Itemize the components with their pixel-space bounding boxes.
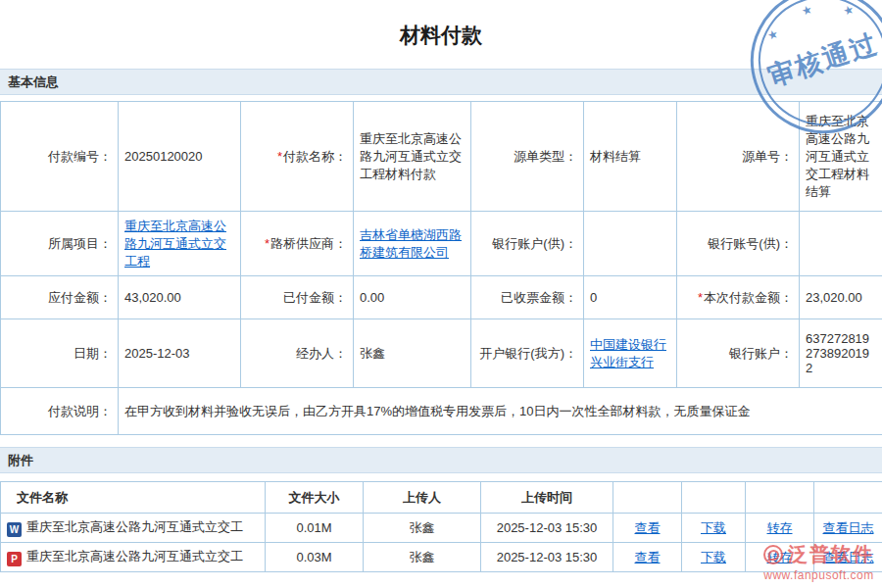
- file-name-cell: P重庆至北京高速公路九河互通式立交工: [1, 543, 266, 572]
- saveas-link[interactable]: 转存: [767, 550, 793, 564]
- file-size-header: 文件大小: [266, 482, 364, 514]
- empty-header-cell: [682, 482, 746, 514]
- label-text: 经办人：: [296, 346, 347, 361]
- viewlog-link[interactable]: 查看日志: [823, 520, 874, 535]
- current-payment-label: *本次付款金额：: [677, 276, 800, 319]
- view-link[interactable]: 查看: [635, 550, 661, 564]
- download-link[interactable]: 下载: [701, 520, 726, 535]
- our-bank-value: 中国建设银行兴业街支行: [584, 319, 677, 388]
- viewlog-cell: 查看日志: [814, 514, 882, 543]
- required-mark: *: [265, 236, 270, 251]
- word-file-icon: W: [7, 522, 22, 537]
- current-payment-value: 23,020.00: [800, 276, 882, 319]
- pdf-file-icon: P: [7, 552, 22, 566]
- file-name-header: 文件名称: [1, 482, 266, 514]
- view-cell: 查看: [613, 514, 682, 543]
- attachment-row: P重庆至北京高速公路九河互通式立交工 0.03M 张鑫 2025-12-03 1…: [1, 543, 882, 572]
- label-text: 银行账户：: [729, 346, 793, 361]
- section-header-basic-info: 基本信息: [0, 69, 882, 95]
- download-link[interactable]: 下载: [701, 550, 726, 564]
- saveas-link[interactable]: 转存: [767, 520, 793, 535]
- page-title: 材料付款: [0, 0, 882, 69]
- payment-note-label: 付款说明：: [1, 388, 119, 435]
- basic-info-table: 付款编号： 20250120020 *付款名称： 重庆至北京高速公路九河互通式立…: [0, 101, 882, 435]
- label-text: 日期：: [74, 346, 112, 361]
- info-row-3: 应付金额： 43,020.00 已付金额： 0.00 已收票金额： 0 *本次付…: [1, 276, 882, 319]
- empty-header-cell: [746, 482, 814, 514]
- date-label: 日期：: [1, 319, 119, 388]
- upload-time-header: 上传时间: [481, 482, 613, 514]
- supplier-link[interactable]: 吉林省单榶湖西路桥建筑有限公司: [360, 227, 462, 260]
- uploader-cell: 张鑫: [364, 514, 481, 543]
- label-text: 源单类型：: [514, 149, 577, 164]
- viewlog-link[interactable]: 查看日志: [823, 550, 874, 564]
- label-text: 路桥供应商：: [270, 236, 347, 251]
- source-no-label: 源单号：: [677, 102, 800, 212]
- file-size-cell: 0.01M: [266, 514, 364, 543]
- label-text: 已收票金额：: [501, 290, 577, 305]
- section-header-attachments: 附件: [0, 447, 882, 473]
- our-bank-label: 开户银行(我方)：: [471, 319, 584, 388]
- view-link[interactable]: 查看: [635, 520, 661, 535]
- supplier-bank-account-value: [584, 212, 677, 276]
- payment-name-label: *付款名称：: [241, 102, 354, 212]
- label-text: 源单号：: [742, 149, 793, 164]
- saveas-cell: 转存: [746, 543, 814, 572]
- file-name-text: 重庆至北京高速公路九河互通式立交工: [26, 519, 243, 534]
- supplier-bank-no-value: [800, 212, 882, 276]
- our-bank-link[interactable]: 中国建设银行兴业街支行: [590, 337, 666, 369]
- paid-amount-label: 已付金额：: [241, 276, 354, 319]
- upload-time-cell: 2025-12-03 15:30: [481, 514, 613, 543]
- payment-no-label: 付款编号：: [1, 102, 119, 212]
- saveas-cell: 转存: [746, 514, 814, 543]
- info-row-2: 所属项目： 重庆至北京高速公路九河互通式立交工程 *路桥供应商： 吉林省单榶湖西…: [1, 212, 882, 276]
- empty-header-cell: [814, 482, 882, 514]
- uploader-cell: 张鑫: [364, 543, 481, 572]
- attachment-row: W重庆至北京高速公路九河互通式立交工 0.01M 张鑫 2025-12-03 1…: [1, 514, 882, 543]
- payment-name-value: 重庆至北京高速公路九河互通式立交工程材料付款: [354, 102, 471, 212]
- project-link[interactable]: 重庆至北京高速公路九河互通式立交工程: [124, 219, 226, 269]
- project-label: 所属项目：: [1, 212, 119, 276]
- handler-label: 经办人：: [241, 319, 354, 388]
- file-name-cell: W重庆至北京高速公路九河互通式立交工: [1, 514, 266, 543]
- bank-account-label: 银行账户：: [677, 319, 800, 388]
- viewlog-cell: 查看日志: [814, 543, 882, 572]
- source-type-value: 材料结算: [584, 102, 677, 212]
- label-text: 银行账户(供)：: [492, 236, 577, 251]
- info-row-5: 付款说明： 在甲方收到材料并验收无误后，由乙方开具17%的增值税专用发票后，10…: [1, 388, 882, 435]
- project-value: 重庆至北京高速公路九河互通式立交工程: [119, 212, 241, 276]
- supplier-bank-no-label: 银行账号(供)：: [677, 212, 800, 276]
- label-text: 付款名称：: [283, 149, 347, 164]
- paid-amount-value: 0.00: [354, 276, 471, 319]
- label-text: 所属项目：: [48, 236, 112, 251]
- supplier-value: 吉林省单榶湖西路桥建筑有限公司: [354, 212, 471, 276]
- material-payment-page: 材料付款 ★ ★ ★ 审核通过 基本信息 付款编号： 20250120020 *…: [0, 0, 882, 588]
- required-mark: *: [698, 290, 703, 305]
- required-mark: *: [277, 149, 282, 164]
- attachments-header-row: 文件名称 文件大小 上传人 上传时间: [1, 482, 882, 514]
- supplier-label: *路桥供应商：: [241, 212, 354, 276]
- file-size-cell: 0.03M: [266, 543, 364, 572]
- payment-no-value: 20250120020: [119, 102, 241, 212]
- label-text: 应付金额：: [48, 290, 112, 305]
- info-row-4: 日期： 2025-12-03 经办人： 张鑫 开户银行(我方)： 中国建设银行兴…: [1, 319, 882, 388]
- supplier-bank-account-label: 银行账户(供)：: [471, 212, 584, 276]
- source-no-value: 重庆至北京高速公路九河互通式立交工程材料结算: [800, 102, 882, 212]
- payable-amount-value: 43,020.00: [119, 276, 241, 319]
- handler-value: 张鑫: [354, 319, 471, 388]
- uploader-header: 上传人: [364, 482, 481, 514]
- info-row-1: 付款编号： 20250120020 *付款名称： 重庆至北京高速公路九河互通式立…: [1, 102, 882, 212]
- invoice-received-label: 已收票金额：: [471, 276, 584, 319]
- upload-time-cell: 2025-12-03 15:30: [481, 543, 613, 572]
- file-name-text: 重庆至北京高速公路九河互通式立交工: [26, 549, 243, 564]
- date-value: 2025-12-03: [119, 319, 241, 388]
- source-type-label: 源单类型：: [471, 102, 584, 212]
- payment-note-value: 在甲方收到材料并验收无误后，由乙方开具17%的增值税专用发票后，10日内一次性全…: [119, 388, 882, 435]
- bank-account-value: 6372728192738920192: [800, 319, 882, 388]
- view-cell: 查看: [613, 543, 682, 572]
- label-text: 已付金额：: [283, 290, 347, 305]
- label-text: 付款编号：: [48, 149, 112, 164]
- attachments-table: 文件名称 文件大小 上传人 上传时间 W重庆至北京高速公路九河互通式立交工 0.…: [0, 481, 882, 572]
- empty-header-cell: [613, 482, 682, 514]
- download-cell: 下载: [682, 514, 746, 543]
